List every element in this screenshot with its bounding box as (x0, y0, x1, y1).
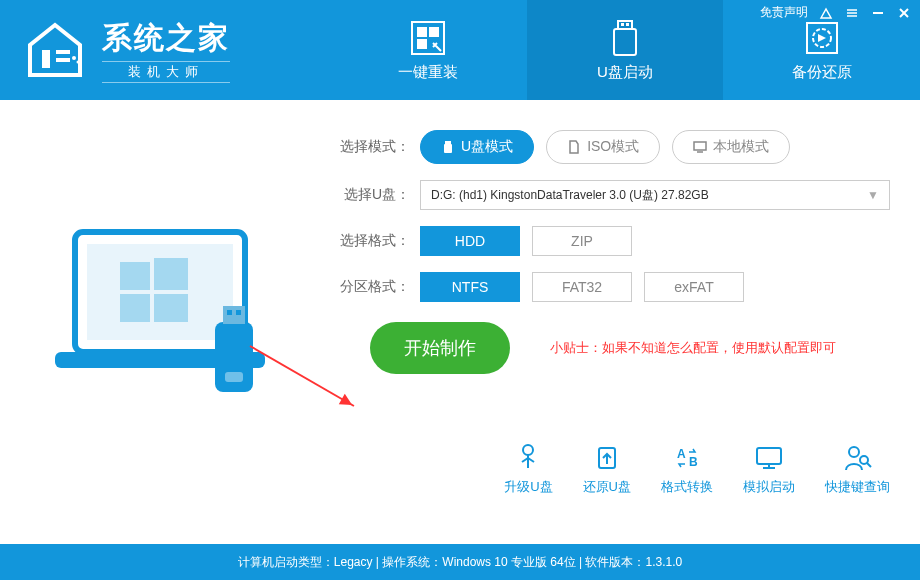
drive-label: 选择U盘： (330, 186, 420, 204)
partition-exfat-button[interactable]: exFAT (644, 272, 744, 302)
brand-title: 系统之家 (102, 18, 230, 59)
svg-point-47 (849, 447, 859, 457)
svg-point-48 (860, 456, 868, 464)
start-button[interactable]: 开始制作 (370, 322, 510, 374)
svg-rect-29 (223, 306, 245, 324)
tool-hotkey-query[interactable]: 快捷键查询 (825, 444, 890, 496)
svg-rect-0 (42, 50, 50, 68)
partition-fat32-button[interactable]: FAT32 (532, 272, 632, 302)
usb-small-icon (441, 140, 455, 154)
svg-rect-23 (120, 262, 150, 290)
svg-rect-34 (444, 144, 452, 153)
tool-simulate-boot[interactable]: 模拟启动 (743, 444, 795, 496)
mode-label: 选择模式： (330, 138, 420, 156)
format-zip-button[interactable]: ZIP (532, 226, 632, 256)
svg-point-37 (523, 445, 533, 455)
tool-upgrade-usb[interactable]: 升级U盘 (504, 444, 552, 496)
backup-restore-icon (803, 19, 841, 57)
drive-select[interactable]: D:G: (hd1) KingstonDataTraveler 3.0 (U盘)… (420, 180, 890, 210)
svg-rect-9 (618, 21, 632, 29)
minimize-icon[interactable] (870, 5, 886, 21)
windows-click-icon (409, 19, 447, 57)
svg-rect-31 (236, 310, 241, 315)
svg-point-3 (72, 56, 76, 60)
svg-rect-44 (757, 448, 781, 464)
tab-reinstall[interactable]: 一键重装 (330, 0, 527, 100)
svg-rect-6 (417, 27, 427, 37)
person-search-icon (842, 444, 874, 472)
svg-rect-24 (154, 258, 188, 290)
theme-icon[interactable] (818, 5, 834, 21)
svg-rect-8 (417, 39, 427, 49)
tab-usb-boot[interactable]: U盘启动 (527, 0, 724, 100)
svg-rect-11 (621, 23, 624, 26)
svg-rect-35 (694, 142, 706, 150)
tab-label: 一键重装 (398, 63, 458, 82)
drive-value: D:G: (hd1) KingstonDataTraveler 3.0 (U盘)… (431, 187, 709, 204)
tool-restore-usb[interactable]: 还原U盘 (583, 444, 631, 496)
svg-point-4 (77, 61, 80, 64)
mode-local-button[interactable]: 本地模式 (672, 130, 790, 164)
svg-rect-30 (227, 310, 232, 315)
header: 系统之家 装机大师 一键重装 U盘启动 备份还原 免责声明 (0, 0, 920, 100)
window-controls: 免责声明 (760, 4, 912, 21)
usb-up-icon (512, 444, 544, 472)
partition-label: 分区格式： (330, 278, 420, 296)
svg-line-49 (867, 463, 871, 467)
restore-usb-icon (591, 444, 623, 472)
format-label: 选择格式： (330, 232, 420, 250)
menu-icon[interactable] (844, 5, 860, 21)
house-logo-icon (20, 20, 90, 80)
chevron-down-icon: ▼ (867, 188, 879, 202)
format-hdd-button[interactable]: HDD (420, 226, 520, 256)
svg-rect-7 (429, 27, 439, 37)
logo-area: 系统之家 装机大师 (0, 0, 330, 100)
illustration-panel (0, 100, 330, 544)
svg-rect-1 (56, 50, 70, 54)
mode-usb-button[interactable]: U盘模式 (420, 130, 534, 164)
partition-ntfs-button[interactable]: NTFS (420, 272, 520, 302)
monitor-icon (753, 444, 785, 472)
tab-label: U盘启动 (597, 63, 653, 82)
svg-rect-26 (154, 294, 188, 322)
tip-text: 小贴士：如果不知道怎么配置，使用默认配置即可 (550, 339, 836, 357)
bottom-tools: 升级U盘 还原U盘 AB 格式转换 模拟启动 快捷键查询 (504, 444, 890, 496)
tab-label: 备份还原 (792, 63, 852, 82)
convert-icon: AB (671, 444, 703, 472)
monitor-small-icon (693, 140, 707, 154)
brand-subtitle: 装机大师 (102, 61, 230, 83)
statusbar: 计算机启动类型：Legacy | 操作系统：Windows 10 专业版 64位… (0, 544, 920, 580)
svg-text:A: A (677, 447, 686, 461)
svg-rect-25 (120, 294, 150, 322)
svg-rect-2 (56, 58, 70, 62)
svg-rect-10 (614, 29, 636, 55)
mode-iso-button[interactable]: ISO模式 (546, 130, 660, 164)
usb-drive-icon (606, 19, 644, 57)
tool-format-convert[interactable]: AB 格式转换 (661, 444, 713, 496)
svg-rect-32 (225, 372, 243, 382)
svg-text:B: B (689, 455, 698, 469)
iso-file-icon (567, 140, 581, 154)
content: 选择模式： U盘模式 ISO模式 本地模式 选择U盘： D:G: (hd1) K… (0, 100, 920, 544)
close-icon[interactable] (896, 5, 912, 21)
disclaimer-link[interactable]: 免责声明 (760, 4, 808, 21)
laptop-usb-illustration-icon (45, 212, 285, 432)
svg-rect-33 (445, 141, 451, 144)
svg-rect-12 (626, 23, 629, 26)
